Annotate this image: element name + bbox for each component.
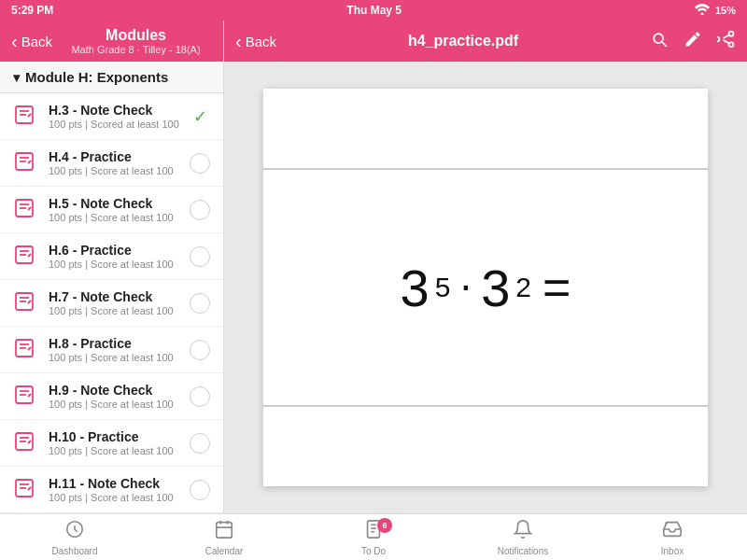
left-back-button[interactable]: Back (11, 32, 52, 50)
math-expression: 35 · 32 = (401, 258, 571, 318)
module-item-icon (13, 104, 39, 130)
svg-line-32 (28, 441, 31, 443)
svg-line-12 (28, 207, 31, 210)
module-item-subtitle: 100 pts | Score at least 100 (49, 445, 190, 456)
module-item-text: H.10 - Practice 100 pts | Score at least… (49, 429, 190, 456)
status-right: 15% (695, 4, 736, 17)
right-back-button[interactable]: Back (235, 32, 276, 50)
right-back-label: Back (246, 34, 276, 49)
module-item-subtitle: 100 pts | Score at least 100 (49, 305, 190, 316)
svg-line-36 (28, 487, 31, 490)
svg-line-16 (28, 254, 31, 257)
tab-label-inbox: Inbox (661, 546, 684, 556)
battery-text: 15% (715, 5, 736, 16)
math-exp1: 5 (435, 272, 451, 303)
module-item-subtitle: 100 pts | Score at least 100 (49, 165, 190, 176)
module-item-title: H.5 - Note Check (49, 196, 190, 211)
tab-label-todo: To Do (361, 546, 386, 556)
left-back-label: Back (21, 34, 52, 49)
pdf-page: 35 · 32 = (263, 89, 708, 486)
tab-calendar[interactable]: Calendar (149, 514, 299, 560)
module-list-item-h3[interactable]: H.3 - Note Check 100 pts | Scored at lea… (0, 93, 223, 140)
module-list-item-h5[interactable]: H.5 - Note Check 100 pts | Score at leas… (0, 187, 223, 233)
edit-icon[interactable] (684, 30, 702, 52)
tab-icon-notifications (513, 519, 533, 544)
tab-inbox[interactable]: Inbox (598, 514, 747, 560)
module-section-header: Module H: Exponents (0, 62, 223, 93)
module-item-icon (13, 337, 39, 363)
module-item-check (190, 293, 210, 314)
module-list-item-h11[interactable]: H.11 - Note Check 100 pts | Score at lea… (0, 467, 223, 513)
collapse-icon (13, 69, 20, 85)
module-item-subtitle: 100 pts | Score at least 100 (49, 399, 190, 410)
module-item-title: H.3 - Note Check (49, 103, 190, 118)
module-list-item-h4[interactable]: H.4 - Practice 100 pts | Score at least … (0, 140, 223, 187)
module-item-subtitle: 100 pts | Score at least 100 (49, 259, 190, 270)
module-item-text: H.7 - Note Check 100 pts | Score at leas… (49, 289, 190, 316)
left-title-sub: Math Grade 8 · Tilley - 18(A) (60, 44, 212, 55)
module-item-check: ✓ (190, 106, 210, 127)
tab-notifications[interactable]: Notifications (448, 514, 598, 560)
svg-rect-38 (217, 522, 233, 538)
module-item-icon (13, 430, 39, 456)
module-item-icon (13, 290, 39, 316)
module-item-title: H.4 - Practice (49, 149, 190, 164)
svg-line-24 (28, 347, 31, 350)
module-list-item-h6[interactable]: H.6 - Practice 100 pts | Score at least … (0, 233, 223, 280)
module-item-check (190, 153, 210, 174)
pdf-line-bottom (263, 405, 708, 407)
svg-line-8 (28, 161, 31, 163)
module-item-subtitle: 100 pts | Score at least 100 (49, 492, 190, 503)
module-list-item-h9[interactable]: H.9 - Note Check 100 pts | Score at leas… (0, 373, 223, 420)
share-icon[interactable] (717, 30, 736, 52)
module-item-check (190, 480, 210, 500)
module-list: H.3 - Note Check 100 pts | Scored at lea… (0, 93, 223, 513)
math-base1: 3 (401, 258, 430, 318)
module-item-text: H.5 - Note Check 100 pts | Score at leas… (49, 196, 190, 223)
svg-line-4 (28, 114, 31, 117)
tab-todo[interactable]: 6 To Do (299, 514, 448, 560)
module-item-title: H.10 - Practice (49, 429, 190, 444)
module-item-title: H.7 - Note Check (49, 289, 190, 304)
module-item-subtitle: 100 pts | Score at least 100 (49, 212, 190, 223)
module-item-check (190, 200, 210, 220)
module-item-icon (13, 197, 39, 223)
module-item-subtitle: 100 pts | Score at least 100 (49, 352, 190, 363)
module-item-check (190, 386, 210, 407)
module-item-icon (13, 244, 39, 270)
module-item-text: H.9 - Note Check 100 pts | Score at leas… (49, 383, 190, 410)
svg-line-28 (28, 394, 31, 397)
pdf-title: h4_practice.pdf (408, 33, 518, 49)
svg-line-20 (28, 301, 31, 303)
tab-bar: Dashboard Calendar 6 To Do Notifications… (0, 513, 747, 560)
tab-icon-dashboard (64, 519, 85, 544)
tab-icon-calendar (214, 519, 234, 544)
module-item-text: H.6 - Practice 100 pts | Score at least … (49, 243, 190, 270)
tab-dashboard[interactable]: Dashboard (0, 514, 149, 560)
module-item-text: H.4 - Practice 100 pts | Score at least … (49, 149, 190, 176)
module-list-item-h10[interactable]: H.10 - Practice 100 pts | Score at least… (0, 420, 223, 467)
tab-label-notifications: Notifications (498, 546, 548, 556)
left-header: Back Modules Math Grade 8 · Tilley - 18(… (0, 21, 223, 62)
right-panel: Back h4_practice.pdf 35 · (224, 21, 747, 513)
tab-icon-inbox (662, 519, 683, 544)
search-icon[interactable] (650, 30, 669, 52)
module-item-title: H.9 - Note Check (49, 383, 190, 398)
module-item-text: H.11 - Note Check 100 pts | Score at lea… (49, 476, 190, 503)
wifi-icon (695, 4, 710, 17)
tab-label-calendar: Calendar (205, 546, 244, 556)
status-bar: 5:29 PM Thu May 5 15% (0, 0, 747, 21)
svg-point-0 (700, 13, 703, 16)
math-dot: · (459, 259, 472, 310)
module-item-text: H.8 - Practice 100 pts | Score at least … (49, 336, 190, 363)
math-base2: 3 (481, 258, 510, 318)
module-item-title: H.8 - Practice (49, 336, 190, 351)
module-list-item-h7[interactable]: H.7 - Note Check 100 pts | Score at leas… (0, 280, 223, 327)
pdf-content: 35 · 32 = (224, 62, 747, 513)
module-item-icon (13, 150, 39, 176)
module-item-text: H.3 - Note Check 100 pts | Scored at lea… (49, 103, 190, 130)
math-exp2: 2 (515, 272, 531, 303)
left-panel: Back Modules Math Grade 8 · Tilley - 18(… (0, 21, 224, 513)
tab-label-dashboard: Dashboard (52, 546, 98, 556)
module-list-item-h8[interactable]: H.8 - Practice 100 pts | Score at least … (0, 327, 223, 373)
